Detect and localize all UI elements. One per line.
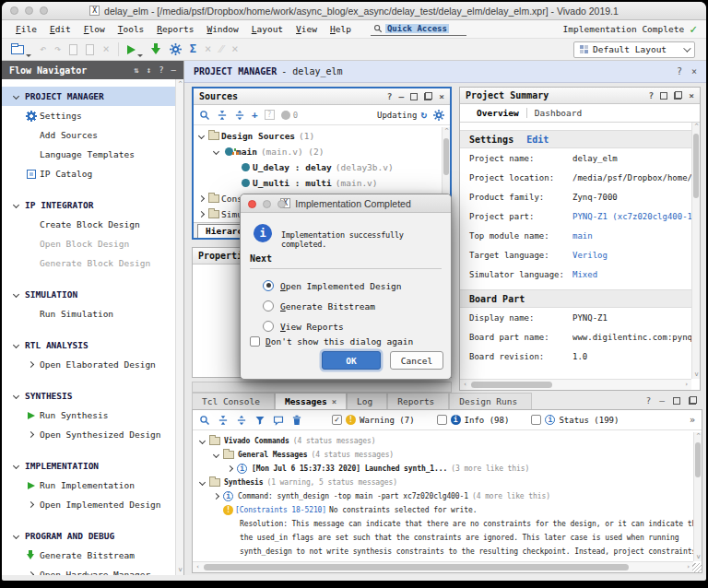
scrollbar-thumb[interactable]	[204, 564, 629, 570]
chevron-icon[interactable]	[226, 465, 233, 473]
radio-option[interactable]: Open Implemented Design	[263, 276, 443, 296]
chevron-icon[interactable]	[197, 211, 205, 218]
console-tab[interactable]: Tcl Console	[192, 393, 275, 409]
flow-navigator-item[interactable]: IP INTEGRATOR	[2, 195, 175, 215]
flow-navigator-item[interactable]: Open Block Design	[2, 234, 175, 253]
filter-icon[interactable]	[254, 415, 266, 426]
scrollbar-thumb[interactable]	[471, 382, 552, 388]
help-icon[interactable]: ?	[646, 395, 652, 406]
flow-navigator-item[interactable]: Run Implementation	[2, 476, 175, 495]
scrollbar-thumb[interactable]	[443, 138, 449, 175]
console-tab[interactable]: Reports	[387, 393, 449, 409]
refresh-icon[interactable]: ↻	[420, 109, 427, 121]
edit-link[interactable]: Edit	[526, 135, 549, 145]
flow-navigator-item[interactable]	[2, 323, 175, 335]
flow-navigator-item[interactable]: PROGRAM AND DEBUG	[2, 526, 175, 546]
message-row[interactable]: Resolution: This message can indicate th…	[193, 517, 693, 531]
maximize-icon[interactable]	[660, 92, 667, 100]
summary-row-value[interactable]: /media/psf/Dropbox/home/wo	[572, 173, 691, 182]
radio-icon[interactable]	[263, 280, 274, 291]
chevron-icon[interactable]	[28, 571, 35, 576]
summary-row-value[interactable]: Zynq-7000	[572, 193, 618, 202]
message-id-link[interactable]: [Constraints 18-5210]	[235, 506, 326, 514]
flow-navigator-item[interactable]: Run Synthesis	[2, 406, 175, 425]
messages-vertical-scrollbar[interactable]: ^ v	[693, 432, 702, 561]
flow-navigator-item[interactable]	[2, 273, 175, 285]
summary-row-value[interactable]: PYNQ-Z1 (xc7z020clg400-1)	[572, 212, 691, 221]
close-icon[interactable]: ×	[691, 66, 697, 76]
expand-all-icon[interactable]	[234, 110, 245, 121]
flow-navigator-item[interactable]: Open Hardware Manager	[2, 565, 175, 575]
redo-icon[interactable]: ↷	[54, 43, 61, 55]
flow-navigator-item[interactable]: Open Synthesized Design	[2, 425, 175, 444]
scroll-up-icon[interactable]: ^	[443, 128, 450, 135]
maximize-icon[interactable]	[673, 397, 680, 405]
message-row[interactable]: Vivado Commands (4 status messages)	[193, 434, 693, 448]
console-tab[interactable]: Design Runs	[449, 393, 532, 409]
help-icon[interactable]: ?	[649, 90, 655, 100]
collapse-all-icon[interactable]: ⇅	[134, 65, 138, 75]
flow-navigator-item[interactable]	[2, 183, 175, 195]
message-row[interactable]: General Messages (4 status messages)	[193, 448, 693, 462]
delete-icon[interactable]: ×	[102, 43, 109, 55]
flow-navigator-item[interactable]: IP Catalog	[2, 164, 175, 183]
float-icon[interactable]	[689, 396, 697, 405]
message-row[interactable]: Synthesis (1 warning, 5 status messages)	[193, 476, 693, 489]
console-tab[interactable]: Messages ×	[275, 393, 347, 409]
undo-icon[interactable]: ↶	[40, 43, 46, 55]
scrollbar-thumb[interactable]	[693, 134, 699, 198]
message-row[interactable]: the used_in flags are set such that the …	[193, 531, 693, 545]
chevron-icon[interactable]	[198, 479, 206, 487]
summary-row-value[interactable]: delay_elm	[572, 154, 618, 163]
minimize-window-icon[interactable]	[25, 6, 33, 15]
menu-item[interactable]: View	[289, 22, 324, 36]
close-window-icon[interactable]	[10, 6, 18, 15]
generate-bitstream-icon[interactable]	[151, 43, 161, 55]
console-tab[interactable]: Log	[347, 393, 387, 409]
quick-access-search[interactable]: Quick Access	[371, 23, 466, 36]
layout-selector[interactable]: Default Layout	[573, 41, 695, 58]
source-tree-row[interactable]: U_multi : multi (main.v)	[194, 175, 450, 191]
checkbox[interactable]	[250, 336, 260, 347]
minimize-icon[interactable]: –	[399, 91, 405, 101]
paste-icon[interactable]	[86, 44, 94, 55]
scroll-up-icon[interactable]: ^	[695, 433, 702, 440]
help-icon[interactable]: ?	[677, 66, 682, 76]
cancel-button[interactable]: Cancel	[390, 351, 443, 370]
source-tree-row[interactable]: U_delay : delay (delay3b.v)	[194, 159, 450, 175]
run-icon[interactable]	[127, 45, 136, 54]
chevron-icon[interactable]	[212, 148, 219, 156]
checkbox[interactable]	[531, 415, 541, 425]
radio-option[interactable]: Generate Bitstream	[263, 296, 443, 316]
traffic-lights[interactable]	[10, 6, 48, 15]
run-dropdown-icon[interactable]	[137, 54, 143, 57]
summary-row-value[interactable]: Verilog	[572, 251, 608, 260]
flow-navigator-item[interactable]: Generate Bitstream	[2, 546, 175, 565]
message-filter[interactable]: Info (98)	[437, 415, 510, 425]
chevron-icon[interactable]	[28, 361, 35, 369]
scroll-left-icon[interactable]: ‹	[462, 382, 468, 388]
close-tab-icon[interactable]: ×	[332, 397, 336, 406]
chevron-icon[interactable]	[13, 463, 20, 470]
maximize-icon[interactable]	[410, 93, 418, 100]
close-dialog-icon[interactable]	[248, 200, 256, 208]
chevron-icon[interactable]	[13, 342, 20, 349]
open-project-dropdown-icon[interactable]	[26, 54, 31, 57]
message-row[interactable]: Command: synth_design -top main -part xc…	[193, 489, 693, 503]
flow-navigator-item[interactable]: RTL ANALYSIS	[2, 335, 175, 355]
flow-navigator-item[interactable]: Language Templates	[2, 145, 175, 164]
trash-icon[interactable]	[291, 415, 302, 426]
dont-show-again-option[interactable]: Don't show this dialog again	[250, 336, 413, 347]
source-tree-row[interactable]: main (main.v) (2)	[194, 144, 450, 159]
summary-row-value[interactable]: main	[572, 231, 593, 241]
project-summary-header[interactable]: Project Summary ? ×	[460, 88, 700, 104]
message-filter[interactable]: Status (199)	[531, 415, 619, 425]
flow-navigator-item[interactable]: SYNTHESIS	[2, 386, 175, 406]
menu-item[interactable]: Help	[324, 22, 358, 36]
scroll-left-icon[interactable]: ‹	[195, 564, 201, 570]
scroll-down-icon[interactable]: v	[695, 554, 702, 560]
chevron-icon[interactable]	[197, 133, 205, 140]
dialog-titlebar[interactable]: X Implementation Completed	[241, 194, 451, 213]
flow-navigator-item[interactable]: SIMULATION	[2, 285, 175, 304]
collapsed-panel-bar[interactable]	[192, 382, 452, 393]
